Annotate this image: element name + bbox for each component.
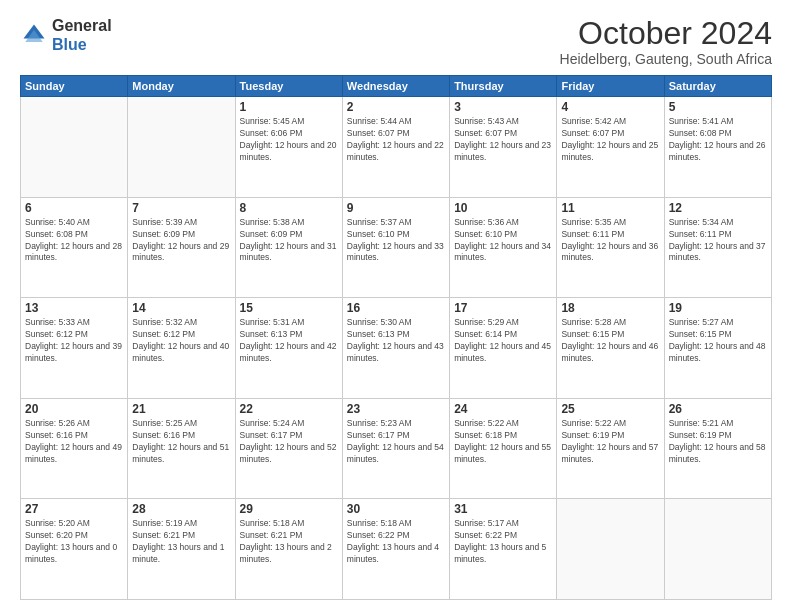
day-number: 4 <box>561 100 659 114</box>
cell-text: Sunrise: 5:25 AM Sunset: 6:16 PM Dayligh… <box>132 418 230 466</box>
calendar-cell: 22Sunrise: 5:24 AM Sunset: 6:17 PM Dayli… <box>235 398 342 499</box>
cell-text: Sunrise: 5:22 AM Sunset: 6:19 PM Dayligh… <box>561 418 659 466</box>
day-header-thursday: Thursday <box>450 76 557 97</box>
day-header-saturday: Saturday <box>664 76 771 97</box>
day-header-tuesday: Tuesday <box>235 76 342 97</box>
week-row: 13Sunrise: 5:33 AM Sunset: 6:12 PM Dayli… <box>21 298 772 399</box>
day-number: 19 <box>669 301 767 315</box>
calendar-cell: 1Sunrise: 5:45 AM Sunset: 6:06 PM Daylig… <box>235 97 342 198</box>
calendar-cell: 5Sunrise: 5:41 AM Sunset: 6:08 PM Daylig… <box>664 97 771 198</box>
cell-text: Sunrise: 5:33 AM Sunset: 6:12 PM Dayligh… <box>25 317 123 365</box>
calendar-cell: 17Sunrise: 5:29 AM Sunset: 6:14 PM Dayli… <box>450 298 557 399</box>
day-number: 26 <box>669 402 767 416</box>
day-number: 30 <box>347 502 445 516</box>
cell-text: Sunrise: 5:38 AM Sunset: 6:09 PM Dayligh… <box>240 217 338 265</box>
day-number: 3 <box>454 100 552 114</box>
calendar-cell: 29Sunrise: 5:18 AM Sunset: 6:21 PM Dayli… <box>235 499 342 600</box>
cell-text: Sunrise: 5:31 AM Sunset: 6:13 PM Dayligh… <box>240 317 338 365</box>
calendar-cell: 21Sunrise: 5:25 AM Sunset: 6:16 PM Dayli… <box>128 398 235 499</box>
cell-text: Sunrise: 5:34 AM Sunset: 6:11 PM Dayligh… <box>669 217 767 265</box>
day-number: 31 <box>454 502 552 516</box>
week-row: 6Sunrise: 5:40 AM Sunset: 6:08 PM Daylig… <box>21 197 772 298</box>
location: Heidelberg, Gauteng, South Africa <box>560 51 772 67</box>
calendar-cell: 7Sunrise: 5:39 AM Sunset: 6:09 PM Daylig… <box>128 197 235 298</box>
calendar-cell <box>21 97 128 198</box>
calendar-body: 1Sunrise: 5:45 AM Sunset: 6:06 PM Daylig… <box>21 97 772 600</box>
cell-text: Sunrise: 5:29 AM Sunset: 6:14 PM Dayligh… <box>454 317 552 365</box>
day-number: 15 <box>240 301 338 315</box>
calendar-cell: 23Sunrise: 5:23 AM Sunset: 6:17 PM Dayli… <box>342 398 449 499</box>
day-number: 13 <box>25 301 123 315</box>
calendar-cell: 31Sunrise: 5:17 AM Sunset: 6:22 PM Dayli… <box>450 499 557 600</box>
day-number: 11 <box>561 201 659 215</box>
calendar-cell: 6Sunrise: 5:40 AM Sunset: 6:08 PM Daylig… <box>21 197 128 298</box>
header: General Blue October 2024 Heidelberg, Ga… <box>20 16 772 67</box>
calendar-cell: 16Sunrise: 5:30 AM Sunset: 6:13 PM Dayli… <box>342 298 449 399</box>
cell-text: Sunrise: 5:30 AM Sunset: 6:13 PM Dayligh… <box>347 317 445 365</box>
calendar-cell: 3Sunrise: 5:43 AM Sunset: 6:07 PM Daylig… <box>450 97 557 198</box>
cell-text: Sunrise: 5:44 AM Sunset: 6:07 PM Dayligh… <box>347 116 445 164</box>
cell-text: Sunrise: 5:22 AM Sunset: 6:18 PM Dayligh… <box>454 418 552 466</box>
day-number: 22 <box>240 402 338 416</box>
day-number: 25 <box>561 402 659 416</box>
calendar-cell: 12Sunrise: 5:34 AM Sunset: 6:11 PM Dayli… <box>664 197 771 298</box>
calendar-cell: 26Sunrise: 5:21 AM Sunset: 6:19 PM Dayli… <box>664 398 771 499</box>
day-number: 20 <box>25 402 123 416</box>
logo: General Blue <box>20 16 112 54</box>
day-number: 2 <box>347 100 445 114</box>
day-number: 18 <box>561 301 659 315</box>
cell-text: Sunrise: 5:18 AM Sunset: 6:22 PM Dayligh… <box>347 518 445 566</box>
day-number: 5 <box>669 100 767 114</box>
day-number: 17 <box>454 301 552 315</box>
day-number: 8 <box>240 201 338 215</box>
day-number: 21 <box>132 402 230 416</box>
day-header-monday: Monday <box>128 76 235 97</box>
cell-text: Sunrise: 5:18 AM Sunset: 6:21 PM Dayligh… <box>240 518 338 566</box>
cell-text: Sunrise: 5:36 AM Sunset: 6:10 PM Dayligh… <box>454 217 552 265</box>
calendar-cell <box>557 499 664 600</box>
cell-text: Sunrise: 5:43 AM Sunset: 6:07 PM Dayligh… <box>454 116 552 164</box>
cell-text: Sunrise: 5:37 AM Sunset: 6:10 PM Dayligh… <box>347 217 445 265</box>
day-number: 24 <box>454 402 552 416</box>
cell-text: Sunrise: 5:28 AM Sunset: 6:15 PM Dayligh… <box>561 317 659 365</box>
calendar-header: SundayMondayTuesdayWednesdayThursdayFrid… <box>21 76 772 97</box>
calendar-cell: 20Sunrise: 5:26 AM Sunset: 6:16 PM Dayli… <box>21 398 128 499</box>
calendar-cell: 10Sunrise: 5:36 AM Sunset: 6:10 PM Dayli… <box>450 197 557 298</box>
day-number: 27 <box>25 502 123 516</box>
week-row: 1Sunrise: 5:45 AM Sunset: 6:06 PM Daylig… <box>21 97 772 198</box>
calendar-cell: 11Sunrise: 5:35 AM Sunset: 6:11 PM Dayli… <box>557 197 664 298</box>
cell-text: Sunrise: 5:24 AM Sunset: 6:17 PM Dayligh… <box>240 418 338 466</box>
calendar-cell: 13Sunrise: 5:33 AM Sunset: 6:12 PM Dayli… <box>21 298 128 399</box>
day-header-wednesday: Wednesday <box>342 76 449 97</box>
cell-text: Sunrise: 5:23 AM Sunset: 6:17 PM Dayligh… <box>347 418 445 466</box>
calendar-cell: 8Sunrise: 5:38 AM Sunset: 6:09 PM Daylig… <box>235 197 342 298</box>
calendar-cell: 19Sunrise: 5:27 AM Sunset: 6:15 PM Dayli… <box>664 298 771 399</box>
cell-text: Sunrise: 5:26 AM Sunset: 6:16 PM Dayligh… <box>25 418 123 466</box>
day-header-sunday: Sunday <box>21 76 128 97</box>
day-header-friday: Friday <box>557 76 664 97</box>
calendar: SundayMondayTuesdayWednesdayThursdayFrid… <box>20 75 772 600</box>
day-number: 6 <box>25 201 123 215</box>
logo-general: General <box>52 17 112 34</box>
week-row: 27Sunrise: 5:20 AM Sunset: 6:20 PM Dayli… <box>21 499 772 600</box>
cell-text: Sunrise: 5:32 AM Sunset: 6:12 PM Dayligh… <box>132 317 230 365</box>
cell-text: Sunrise: 5:17 AM Sunset: 6:22 PM Dayligh… <box>454 518 552 566</box>
calendar-cell: 24Sunrise: 5:22 AM Sunset: 6:18 PM Dayli… <box>450 398 557 499</box>
cell-text: Sunrise: 5:35 AM Sunset: 6:11 PM Dayligh… <box>561 217 659 265</box>
cell-text: Sunrise: 5:39 AM Sunset: 6:09 PM Dayligh… <box>132 217 230 265</box>
day-number: 9 <box>347 201 445 215</box>
day-number: 12 <box>669 201 767 215</box>
logo-icon <box>20 21 48 49</box>
day-number: 23 <box>347 402 445 416</box>
page: General Blue October 2024 Heidelberg, Ga… <box>0 0 792 612</box>
cell-text: Sunrise: 5:20 AM Sunset: 6:20 PM Dayligh… <box>25 518 123 566</box>
day-number: 16 <box>347 301 445 315</box>
day-number: 7 <box>132 201 230 215</box>
calendar-cell: 27Sunrise: 5:20 AM Sunset: 6:20 PM Dayli… <box>21 499 128 600</box>
calendar-cell: 25Sunrise: 5:22 AM Sunset: 6:19 PM Dayli… <box>557 398 664 499</box>
calendar-cell: 14Sunrise: 5:32 AM Sunset: 6:12 PM Dayli… <box>128 298 235 399</box>
cell-text: Sunrise: 5:40 AM Sunset: 6:08 PM Dayligh… <box>25 217 123 265</box>
day-number: 29 <box>240 502 338 516</box>
calendar-cell <box>664 499 771 600</box>
logo-blue: Blue <box>52 36 87 53</box>
